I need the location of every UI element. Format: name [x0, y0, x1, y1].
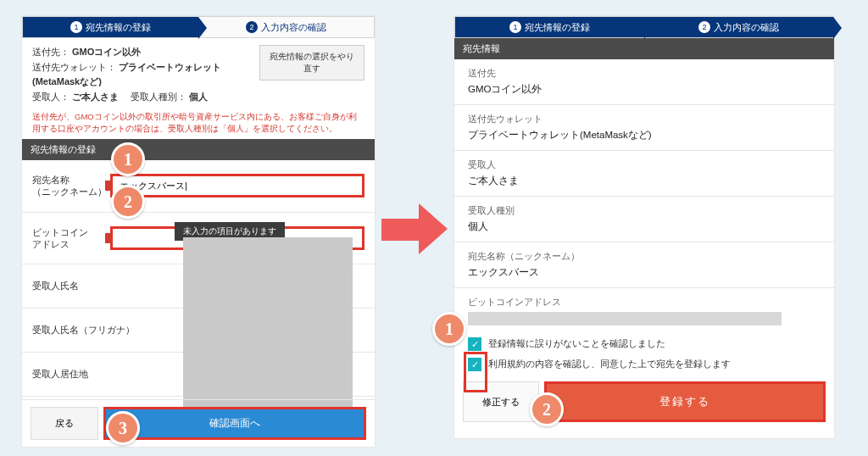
- edit-button[interactable]: 修正する: [463, 381, 539, 422]
- info-recv-key: 受取人: [468, 159, 821, 171]
- check-1-label: 登録情報に誤りがないことを確認しました: [488, 338, 665, 350]
- right-actions: 修正する 登録する: [454, 375, 834, 429]
- checkbox-checked-icon[interactable]: ✓: [468, 358, 481, 371]
- info-recv: 受取人 ご本人さま: [454, 151, 834, 197]
- step-1-label: 宛先情報の登録: [525, 21, 590, 34]
- callout-left-1: 1: [111, 142, 145, 176]
- checkbox-checked-icon[interactable]: ✓: [468, 337, 481, 351]
- info-type-value: 個人: [468, 220, 821, 233]
- steps-left: 1 宛先情報の登録 2 入力内容の確認: [22, 16, 375, 38]
- confirm-screen-button[interactable]: 確認画面へ: [103, 407, 366, 440]
- nickname-label: 宛先名称 （ニックネーム）: [32, 174, 110, 198]
- step-2-inactive[interactable]: 2 入力内容の確認: [198, 17, 374, 37]
- register-button[interactable]: 登録する: [544, 381, 826, 422]
- info-dest-key: 送付先: [468, 68, 821, 80]
- step-number-icon: 1: [509, 21, 521, 33]
- summary-wallet-label: 送付先ウォレット：: [32, 62, 116, 72]
- info-dest-value: GMOコイン以外: [468, 83, 821, 96]
- callout-left-2: 2: [111, 185, 145, 219]
- summary-recv-label: 受取人：: [32, 92, 70, 102]
- back-button[interactable]: 戻る: [31, 407, 98, 440]
- info-type-key: 受取人種別: [468, 205, 821, 217]
- callout-right-1: 1: [432, 312, 466, 346]
- blurred-region: [183, 237, 353, 407]
- info-nick-value: エックスバース: [468, 266, 821, 279]
- right-panel: 1 宛先情報の登録 2 入力内容の確認 宛先情報 送付先 GMOコイン以外 送付…: [453, 15, 835, 439]
- info-wallet-value: プライベートウォレット(MetaMaskなど): [468, 129, 821, 142]
- check-2-label: 利用規約の内容を確認し、同意した上で宛先を登録します: [488, 359, 731, 370]
- step-1-done[interactable]: 1 宛先情報の登録: [455, 17, 644, 37]
- arrow-icon: [381, 203, 449, 254]
- section-bar-right: 宛先情報: [454, 38, 834, 59]
- redacted-address-bar: [468, 312, 782, 325]
- step-2-active: 2 入力内容の確認: [644, 17, 833, 37]
- info-wallet-key: 送付先ウォレット: [468, 114, 821, 125]
- left-actions: 戻る 確認画面へ: [22, 399, 375, 447]
- summary-recv-value: ご本人さま: [72, 92, 119, 102]
- info-nick-key: 宛先名称（ニックネーム）: [468, 251, 821, 263]
- callout-right-2: 2: [530, 392, 564, 426]
- check-row-2[interactable]: ✓ 利用規約の内容を確認し、同意した上で宛先を登録します: [454, 354, 834, 375]
- summary-type-label: 受取人種別：: [121, 92, 186, 102]
- step-2-label: 入力内容の確認: [714, 21, 779, 34]
- summary-block: 送付先： GMOコイン以外 送付先ウォレット： プライベートウォレット(Meta…: [22, 38, 375, 111]
- check-row-1[interactable]: ✓ 登録情報に誤りがないことを確認しました: [454, 334, 834, 354]
- step-number-icon: 2: [246, 21, 258, 33]
- row-nickname: 宛先名称 （ニックネーム）: [22, 160, 375, 213]
- info-addr: ビットコインアドレス: [454, 288, 834, 334]
- step-number-icon: 1: [70, 21, 82, 33]
- summary-dest-value: GMOコイン以外: [72, 47, 141, 57]
- info-nick: 宛先名称（ニックネーム） エックスバース: [454, 242, 834, 288]
- left-panel: 1 宛先情報の登録 2 入力内容の確認 送付先： GMOコイン以外 送付先ウォレ…: [21, 15, 376, 448]
- reselect-button[interactable]: 宛先情報の選択をやり直す: [259, 45, 364, 81]
- step-number-icon: 2: [698, 21, 710, 33]
- info-addr-key: ビットコインアドレス: [468, 297, 821, 309]
- info-wallet: 送付先ウォレット プライベートウォレット(MetaMaskなど): [454, 105, 834, 151]
- step-1-active: 1 宛先情報の登録: [23, 17, 198, 37]
- summary-lines: 送付先： GMOコイン以外 送付先ウォレット： プライベートウォレット(Meta…: [32, 45, 259, 104]
- steps-right: 1 宛先情報の登録 2 入力内容の確認: [454, 16, 834, 38]
- step-2-label: 入力内容の確認: [261, 21, 326, 34]
- warning-text: 送付先が、GMOコイン以外の取引所や暗号資産サービス内にある、お客様ご自身が利用…: [22, 111, 375, 139]
- callout-left-3: 3: [106, 411, 140, 445]
- info-type: 受取人種別 個人: [454, 197, 834, 242]
- required-badge-icon: [105, 181, 112, 191]
- info-recv-value: ご本人さま: [468, 175, 821, 187]
- info-dest: 送付先 GMOコイン以外: [454, 59, 834, 105]
- required-badge-icon: [105, 233, 112, 243]
- summary-dest-label: 送付先：: [32, 47, 70, 57]
- summary-type-value: 個人: [189, 92, 208, 102]
- section-bar-left: 宛先情報の登録: [22, 139, 375, 160]
- nickname-input[interactable]: [110, 174, 364, 197]
- step-1-label: 宛先情報の登録: [86, 21, 151, 34]
- address-label: ビットコイン アドレス: [32, 226, 110, 251]
